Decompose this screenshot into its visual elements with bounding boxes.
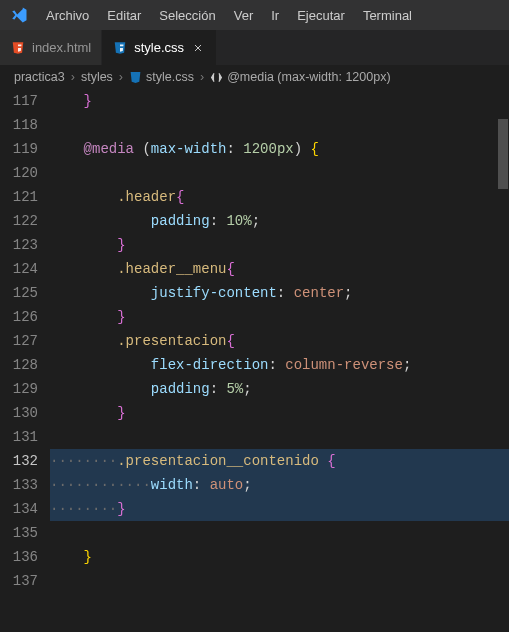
line-number: 137 [0,569,38,593]
breadcrumb-item: styles [81,70,113,84]
code-editor[interactable]: 1171181191201211221231241251261271281291… [0,89,509,593]
menu-bar: Archivo Editar Selección Ver Ir Ejecutar… [0,0,509,30]
code-line[interactable]: ········.presentacion__contenido { [50,449,509,473]
code-line[interactable] [50,113,509,137]
line-number: 128 [0,353,38,377]
line-number: 117 [0,89,38,113]
vscode-logo-icon [8,4,30,26]
code-line[interactable]: } [50,233,509,257]
code-line[interactable] [50,521,509,545]
css-file-icon [112,40,128,56]
code-line[interactable]: } [50,305,509,329]
symbol-icon [210,71,223,84]
line-number: 132 [0,449,38,473]
menu-ir[interactable]: Ir [263,4,287,27]
code-line[interactable]: justify-content: center; [50,281,509,305]
menu-editar[interactable]: Editar [99,4,149,27]
breadcrumb[interactable]: practica3 › styles › style.css › @media … [0,65,509,89]
line-number: 125 [0,281,38,305]
css-file-icon [129,71,142,84]
code-line[interactable]: } [50,545,509,569]
chevron-right-icon: › [119,70,123,84]
line-number: 130 [0,401,38,425]
line-number: 133 [0,473,38,497]
code-line[interactable]: .header{ [50,185,509,209]
menu-ejecutar[interactable]: Ejecutar [289,4,353,27]
line-number: 119 [0,137,38,161]
code-line[interactable]: ········} [50,497,509,521]
code-line[interactable]: } [50,89,509,113]
breadcrumb-item: style.css [129,70,194,84]
code-line[interactable]: @media (max-width: 1200px) { [50,137,509,161]
code-line[interactable]: flex-direction: column-reverse; [50,353,509,377]
scrollbar-thumb[interactable] [498,119,508,189]
menu-archivo[interactable]: Archivo [38,4,97,27]
line-number: 134 [0,497,38,521]
code-line[interactable]: padding: 5%; [50,377,509,401]
menu-seleccion[interactable]: Selección [151,4,223,27]
tab-bar: index.html style.css [0,30,509,65]
line-number: 127 [0,329,38,353]
close-icon[interactable] [190,40,206,56]
breadcrumb-item: practica3 [14,70,65,84]
line-number: 118 [0,113,38,137]
line-number: 135 [0,521,38,545]
chevron-right-icon: › [71,70,75,84]
line-number: 131 [0,425,38,449]
chevron-right-icon: › [200,70,204,84]
code-line[interactable]: .presentacion{ [50,329,509,353]
line-number: 123 [0,233,38,257]
tab-style-css[interactable]: style.css [102,30,217,65]
line-number: 126 [0,305,38,329]
code-line[interactable]: .header__menu{ [50,257,509,281]
html-file-icon [10,40,26,56]
code-line[interactable]: padding: 10%; [50,209,509,233]
line-number: 129 [0,377,38,401]
tab-index-html[interactable]: index.html [0,30,102,65]
code-line[interactable] [50,569,509,593]
code-line[interactable] [50,425,509,449]
vertical-scrollbar[interactable] [497,89,509,632]
code-line[interactable]: ············width: auto; [50,473,509,497]
code-line[interactable]: } [50,401,509,425]
tab-label: index.html [32,40,91,55]
line-number: 121 [0,185,38,209]
line-number: 124 [0,257,38,281]
line-number: 120 [0,161,38,185]
code-content[interactable]: } @media (max-width: 1200px) { .header{ … [50,89,509,593]
code-line[interactable] [50,161,509,185]
line-number-gutter: 1171181191201211221231241251261271281291… [0,89,50,593]
tab-label: style.css [134,40,184,55]
menu-terminal[interactable]: Terminal [355,4,420,27]
menu-ver[interactable]: Ver [226,4,262,27]
breadcrumb-item: @media (max-width: 1200px) [210,70,390,84]
line-number: 136 [0,545,38,569]
line-number: 122 [0,209,38,233]
